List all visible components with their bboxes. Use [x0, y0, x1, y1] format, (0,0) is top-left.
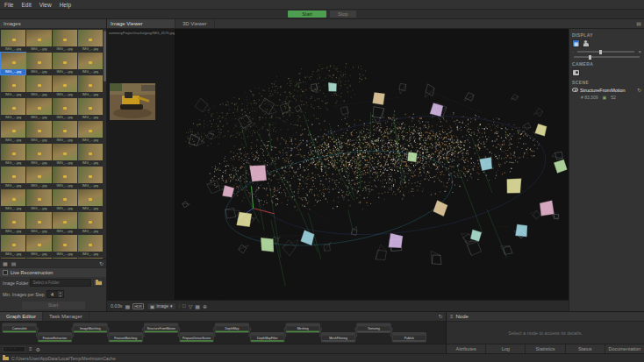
image-thumbnail[interactable]: IMG_...jpg — [1, 30, 25, 52]
tab-status[interactable]: Status — [566, 344, 605, 353]
image-thumbnail[interactable]: IMG_...jpg — [53, 235, 77, 257]
image-thumbnail[interactable]: IMG_...jpg — [53, 189, 77, 211]
image-thumbnail[interactable]: IMG_...jpg — [78, 212, 103, 234]
image-thumbnail[interactable]: IMG_...jpg — [78, 258, 103, 259]
wireframe-icon[interactable]: ▽ — [189, 303, 193, 309]
graph-node[interactable]: ImageMatching — [74, 323, 107, 333]
node-graph-svg[interactable]: CameraInitFeatureExtractionImageMatching… — [0, 322, 446, 344]
image-thumbnail[interactable]: IMG_...jpg — [1, 144, 25, 166]
start-button[interactable]: Start — [288, 11, 326, 18]
camera-button[interactable] — [572, 68, 580, 76]
image-thumbnail[interactable]: IMG_...jpg — [78, 98, 103, 120]
tab-task-manager[interactable]: Task Manager — [43, 312, 89, 321]
image-thumbnail[interactable]: IMG_...jpg — [26, 30, 51, 52]
tab-statistics[interactable]: Statistics — [526, 344, 565, 353]
grid-view-icon[interactable]: ▦ — [3, 260, 8, 266]
image-thumbnail[interactable]: IMG_...jpg — [53, 53, 77, 75]
scene-media-row[interactable]: StructureFromMotion ↻ — [572, 87, 641, 93]
image-thumbnail[interactable]: IMG_...jpg — [53, 144, 77, 166]
graph-minimap[interactable] — [3, 346, 25, 352]
browse-folder-button[interactable] — [93, 279, 104, 287]
image-thumbnail[interactable]: IMG_...jpg — [1, 167, 25, 188]
graph-node[interactable]: Texturing — [357, 323, 390, 333]
graph-node[interactable]: DepthMap — [215, 323, 248, 333]
image-thumbnail[interactable]: IMG_...jpg — [78, 53, 103, 75]
menu-item-file[interactable]: File — [4, 2, 13, 8]
image-thumbnail[interactable]: IMG_...jpg — [1, 75, 25, 97]
image-thumbnail[interactable]: IMG_...jpg — [1, 98, 25, 120]
tab-attributes[interactable]: Attributes — [447, 344, 486, 353]
graph-node[interactable]: Publish — [392, 333, 426, 343]
image-thumbnail[interactable]: IMG_...jpg — [26, 144, 51, 166]
image-thumbnail[interactable]: IMG_...jpg — [53, 212, 77, 234]
image-viewer[interactable]: rammeryProject/tracks/jpeg/IMG_4576.jpg — [107, 29, 175, 300]
refresh-icon[interactable]: ↻ — [637, 87, 641, 93]
image-folder-input[interactable]: Select a Folder — [30, 279, 91, 287]
image-preview[interactable] — [110, 83, 155, 120]
stop-button[interactable]: Stop — [330, 11, 356, 18]
images-scrollbar[interactable] — [104, 31, 106, 82]
graph-node[interactable]: PrepareDenseScene — [180, 333, 213, 343]
image-thumbnail[interactable]: IMG_...jpg — [78, 121, 103, 143]
menu-item-view[interactable]: View — [39, 2, 52, 8]
image-thumbnail[interactable]: IMG_...jpg — [1, 189, 25, 211]
image-thumbnail[interactable]: IMG_...jpg — [26, 258, 51, 259]
image-thumbnail[interactable]: IMG_...jpg — [26, 189, 51, 211]
slider-handle[interactable] — [589, 55, 591, 60]
bbox-icon[interactable]: □ — [182, 303, 186, 309]
cameras-display-button[interactable] — [582, 39, 590, 47]
graph-node[interactable]: DepthMapFilter — [251, 333, 284, 343]
tab-3d-viewer[interactable]: 3D Viewer — [175, 19, 215, 28]
visibility-eye-icon[interactable] — [572, 88, 578, 92]
tab-log[interactable]: Log — [486, 344, 526, 353]
stepper-arrows[interactable]: ▴▾ — [58, 291, 63, 297]
image-thumbnail[interactable]: IMG_...jpg — [26, 121, 51, 143]
image-thumbnail[interactable]: IMG_...jpg — [1, 121, 25, 143]
graph-node[interactable]: StructureFromMotion — [144, 323, 177, 333]
panel-settings-icon[interactable]: ▤ — [633, 19, 644, 28]
image-thumbnail[interactable]: IMG_...jpg — [53, 167, 77, 188]
min-images-stepper[interactable]: 4 ▴▾ — [47, 290, 64, 298]
viewer-3d[interactable] — [175, 29, 569, 300]
list-view-icon[interactable]: ▤ — [11, 260, 17, 266]
fit-grid-icon[interactable]: ▦ — [125, 303, 130, 309]
menu-item-edit[interactable]: Edit — [21, 2, 31, 8]
image-thumbnail[interactable]: IMG_...jpg — [53, 30, 77, 52]
point-size-slider[interactable] — [577, 51, 634, 53]
image-thumbnail[interactable]: IMG_...jpg — [26, 235, 51, 257]
image-thumbnail[interactable]: IMG_...jpg — [53, 121, 77, 143]
image-thumbnail[interactable]: IMG_...jpg — [26, 75, 51, 97]
live-start-button[interactable]: Start — [22, 302, 85, 309]
image-thumbnail[interactable]: IMG_...jpg — [78, 30, 103, 52]
hdr-toggle[interactable]: HDR — [132, 303, 144, 309]
image-thumbnail[interactable]: IMG_...jpg — [1, 53, 25, 75]
image-thumbnail[interactable]: IMG_...jpg — [26, 212, 51, 234]
graph-node[interactable]: FeatureExtraction — [38, 333, 71, 343]
image-thumbnail[interactable]: IMG_...jpg — [26, 53, 51, 75]
gear-icon[interactable]: ⚙ — [36, 346, 40, 352]
grid-display-icon[interactable]: ▦ — [572, 39, 580, 47]
tab-documentation[interactable]: Documentation — [605, 344, 644, 353]
graph-node[interactable]: MeshFiltering — [321, 333, 354, 343]
point-cloud-svg[interactable] — [175, 29, 569, 300]
reload-images-icon[interactable]: ↻ — [99, 260, 104, 266]
image-thumbnail[interactable]: IMG_...jpg — [53, 75, 77, 97]
tab-graph-editor[interactable]: Graph Editor — [0, 312, 43, 321]
image-grid[interactable]: IMG_...jpgIMG_...jpgIMG_...jpgIMG_...jpg… — [0, 29, 106, 259]
image-thumbnail[interactable]: IMG_...jpg — [53, 98, 77, 120]
graph-canvas[interactable]: CameraInitFeatureExtractionImageMatching… — [0, 322, 446, 344]
menu-item-help[interactable]: Help — [60, 2, 71, 8]
image-thumbnail[interactable]: IMG_...jpg — [1, 235, 25, 257]
stepper-down-icon[interactable]: ▾ — [58, 295, 63, 298]
texture-icon[interactable]: ▦ — [195, 303, 200, 309]
image-thumbnail[interactable]: IMG_...jpg — [78, 167, 103, 188]
channel-dropdown[interactable]: ▣ image ▾ — [147, 302, 176, 310]
layout-icon[interactable]: ≡ — [29, 346, 32, 351]
image-thumbnail[interactable]: IMG_...jpg — [78, 75, 103, 97]
slider-handle[interactable] — [599, 50, 602, 54]
image-thumbnail[interactable]: IMG_...jpg — [26, 167, 51, 188]
image-thumbnail[interactable]: IMG_...jpg — [78, 189, 103, 211]
image-thumbnail[interactable]: IMG_...jpg — [78, 235, 103, 257]
graph-node[interactable]: CameraInit — [3, 323, 36, 333]
graph-node[interactable]: FeatureMatching — [109, 333, 142, 343]
